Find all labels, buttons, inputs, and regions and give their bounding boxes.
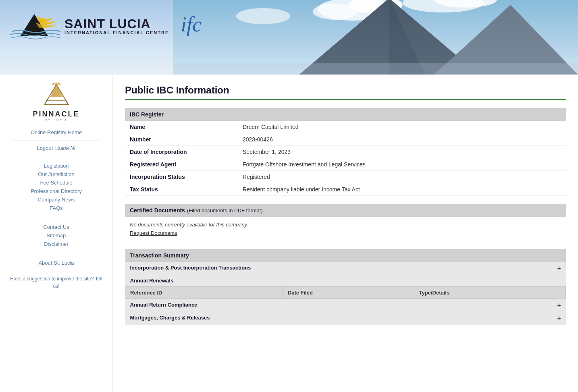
svg-point-6 — [236, 8, 290, 24]
sidebar-suggestion: Have a suggestion to improve the site? T… — [4, 275, 108, 290]
sidebar-online-registry[interactable]: Online Registry Home — [4, 128, 108, 137]
svg-marker-13 — [50, 85, 62, 97]
ibc-status-row: Incorporation Status Registered — [125, 171, 566, 183]
sidebar-suggestion-link[interactable]: Tell us! — [53, 276, 102, 289]
spacer-3 — [4, 251, 108, 255]
incorporation-row: Incorporation & Post Incorporation Trans… — [125, 262, 566, 275]
transaction-summary-header-row: Transaction Summary — [125, 249, 566, 262]
certified-docs-section: Certified Documents (Filed documents in … — [125, 204, 566, 241]
ifc-logo: •ifc — [179, 12, 202, 36]
mortgages-plus-button[interactable]: + — [557, 315, 561, 322]
pinnacle-logo-area: PINNACLE ST. LUCIA — [4, 83, 108, 122]
ibc-tax-value: Resident company liable under Income Tax… — [238, 183, 566, 196]
spacer-1 — [4, 154, 108, 158]
request-documents-link[interactable]: Request Documents — [130, 230, 177, 236]
ibc-name-value: Dreem Capital Limited — [238, 121, 566, 133]
brand-sub-name: INTERNATIONAL FINANCIAL CENTRE — [64, 30, 169, 35]
sidebar-item-legislation[interactable]: Legislation — [4, 162, 108, 170]
col-reference-id: Reference ID — [125, 287, 283, 299]
sidebar-item-faqs[interactable]: FAQs — [4, 204, 108, 212]
content-area: Public IBC Information IBC Register Name… — [113, 75, 578, 392]
main-layout: PINNACLE ST. LUCIA Online Registry Home … — [0, 75, 578, 392]
ibc-number-row: Number 2023-00426 — [125, 133, 566, 146]
brand-text: SAINT LUCIA INTERNATIONAL FINANCIAL CENT… — [64, 17, 169, 35]
sidebar-item-company-news[interactable]: Company News — [4, 195, 108, 204]
ibc-doi-value: September 1, 2023 — [238, 146, 566, 158]
ibc-status-value: Registered — [238, 171, 566, 183]
transaction-summary-table: Transaction Summary Incorporation & Post… — [125, 249, 566, 325]
ibc-number-label: Number — [125, 133, 238, 146]
pinnacle-logo-icon — [40, 83, 73, 109]
brand-main-name: SAINT LUCIA — [64, 17, 169, 30]
sidebar-group-3: About St. Lucia — [4, 259, 108, 267]
ibc-name-row: Name Dreem Capital Limited — [125, 121, 566, 133]
incorporation-plus-button[interactable]: + — [557, 265, 561, 272]
ibc-tax-row: Tax Status Resident company liable under… — [125, 183, 566, 196]
ibc-name-label: Name — [125, 121, 238, 133]
transaction-summary-header: Transaction Summary — [125, 249, 566, 262]
certified-docs-note: (Filed documents in PDF format) — [187, 207, 263, 214]
ibc-agent-label: Registered Agent — [125, 158, 238, 171]
spacer-2 — [4, 216, 108, 220]
col-type-details: Type/Details — [414, 287, 566, 299]
annual-return-plus-button[interactable]: + — [557, 302, 561, 309]
sidebar-item-sitemap[interactable]: Sitemap — [4, 231, 108, 240]
sidebar-item-contact-us[interactable]: Contact Us — [4, 223, 108, 231]
annual-renewals-cols-row: Reference ID Date Filed Type/Details — [125, 287, 566, 299]
pinnacle-sub: ST. LUCIA — [4, 118, 108, 122]
sidebar-auth: Logout | baba NI — [4, 145, 108, 151]
certified-docs-content: No documents currently available for thi… — [125, 217, 566, 241]
mountains-background — [173, 0, 578, 75]
sidebar-item-about-st-lucia[interactable]: About St. Lucia — [4, 259, 108, 267]
svg-point-3 — [313, 4, 358, 20]
incorporation-cell: Incorporation & Post Incorporation Trans… — [125, 262, 566, 275]
ibc-number-value: 2023-00426 — [238, 133, 566, 146]
sidebar-item-our-jurisdiction[interactable]: Our Jurisdiction — [4, 170, 108, 178]
annual-renewals-row: Annual Renewals — [125, 275, 566, 287]
annual-renewals-label: Annual Renewals — [130, 278, 174, 284]
sidebar-item-fee-schedule[interactable]: Fee Schedule — [4, 178, 108, 187]
sidebar-group-1: Legislation Our Jurisdiction Fee Schedul… — [4, 162, 108, 212]
ibc-doi-label: Date of Incorporation — [125, 146, 238, 158]
sidebar: PINNACLE ST. LUCIA Online Registry Home … — [0, 75, 113, 392]
annual-return-cell: Annual Return Compliance + — [125, 299, 566, 312]
mortgages-cell: Mortgages, Charges & Releases + — [125, 312, 566, 325]
sidebar-nav: Online Registry Home Logout | baba NI Le… — [4, 128, 108, 267]
annual-return-row: Annual Return Compliance + — [125, 299, 566, 312]
annual-return-label: Annual Return Compliance — [130, 302, 198, 308]
sidebar-item-professional-directory[interactable]: Professional Directory — [4, 187, 108, 195]
pinnacle-name: PINNACLE — [4, 110, 108, 118]
sidebar-divider-1 — [12, 141, 100, 141]
ibc-tax-label: Tax Status — [125, 183, 238, 196]
header-logo-area: SAINT LUCIA INTERNATIONAL FINANCIAL CENT… — [8, 8, 202, 44]
page-title: Public IBC Information — [125, 85, 566, 96]
ibc-register-header-row: IBC Register — [125, 108, 566, 121]
certified-docs-header: Certified Documents (Filed documents in … — [125, 204, 566, 217]
svg-rect-10 — [173, 63, 578, 75]
no-docs-text: No documents currently available for thi… — [130, 222, 561, 228]
certified-docs-label: Certified Documents — [130, 207, 185, 214]
ibc-status-label: Incorporation Status — [125, 171, 238, 183]
svg-point-14 — [55, 83, 58, 86]
sidebar-group-2: Contact Us Sitemap Disclaimer — [4, 223, 108, 248]
incorporation-label: Incorporation & Post Incorporation Trans… — [130, 265, 251, 271]
ibc-register-header: IBC Register — [125, 108, 566, 121]
ibc-agent-value: Fortgate Offshore Investment and Legal S… — [238, 158, 566, 171]
col-date-filed: Date Filed — [283, 287, 414, 299]
ibc-register-table: IBC Register Name Dreem Capital Limited … — [125, 108, 566, 196]
annual-renewals-cell: Annual Renewals — [125, 275, 566, 287]
header-banner: SAINT LUCIA INTERNATIONAL FINANCIAL CENT… — [0, 0, 578, 75]
sidebar-item-disclaimer[interactable]: Disclaimer — [4, 240, 108, 248]
mortgages-row: Mortgages, Charges & Releases + — [125, 312, 566, 325]
ibc-agent-row: Registered Agent Fortgate Offshore Inves… — [125, 158, 566, 171]
mortgages-label: Mortgages, Charges & Releases — [130, 315, 210, 321]
ibc-doi-row: Date of Incorporation September 1, 2023 — [125, 146, 566, 158]
brand-logo-icon — [8, 8, 60, 44]
title-divider — [125, 99, 566, 100]
